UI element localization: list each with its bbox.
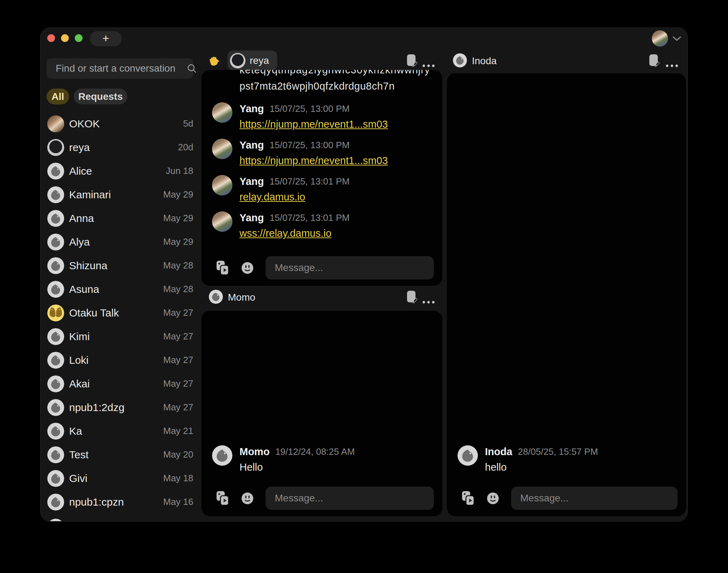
conversation-list-item[interactable]: KaMay 21 — [47, 419, 193, 443]
conversation-list-item[interactable]: GiviMay 18 — [47, 466, 193, 490]
message-link[interactable]: relay.damus.io — [239, 191, 305, 203]
conversation-name: Asuna — [69, 283, 99, 295]
conversation-list-item[interactable]: npub1:cpznMay 16 — [47, 490, 193, 514]
message-input[interactable] — [511, 487, 678, 510]
conversation-date: May 16 — [163, 496, 193, 507]
conversation-list-item[interactable]: AsunaMay 28 — [47, 277, 193, 301]
default-avatar — [47, 234, 64, 251]
message-author: Momo — [239, 446, 269, 458]
chat-title-pill-reya[interactable]: reya — [228, 50, 277, 71]
default-avatar — [47, 210, 64, 227]
conversation-list-item[interactable]: TestMay 20 — [47, 443, 193, 466]
conversation-name: Akai — [69, 378, 90, 390]
conversation-date: May 20 — [163, 449, 193, 460]
default-avatar — [47, 352, 64, 369]
message-timestamp: 15/07/25, 13:01 PM — [269, 212, 350, 223]
default-avatar — [47, 519, 64, 521]
group-avatar — [47, 304, 64, 321]
message-input[interactable] — [266, 487, 434, 510]
more-options-icon[interactable] — [422, 299, 435, 302]
message-list: Inoda28/05/25, 15:57 PMhello — [457, 445, 598, 482]
default-avatar — [47, 399, 64, 416]
conversation-date: Jun 18 — [166, 165, 193, 176]
zoom-window-button[interactable] — [75, 34, 83, 42]
conversation-list-item[interactable]: AlyaMay 29 — [47, 230, 193, 254]
chat-panel-inoda: Inoda28/05/25, 15:57 PMhello — [447, 73, 686, 516]
note-icon[interactable] — [649, 54, 660, 68]
conversation-name: Kaminari — [69, 189, 111, 201]
chat-title: Momo — [228, 292, 255, 303]
conversation-list-item[interactable]: ShizunaMay 28 — [47, 254, 193, 277]
conversation-name: Test — [69, 449, 89, 461]
note-icon[interactable] — [407, 290, 418, 304]
attach-media-icon[interactable] — [216, 491, 229, 506]
conversation-date: May 28 — [163, 260, 193, 271]
attach-media-icon[interactable] — [462, 491, 475, 506]
search-icon — [187, 63, 197, 74]
user-avatar — [47, 139, 64, 156]
conversation-list-item[interactable]: LokiMay 27 — [47, 348, 193, 372]
chat-title: Inoda — [472, 55, 497, 67]
conversation-date: May 27 — [163, 402, 193, 413]
emoji-picker-icon[interactable] — [487, 492, 499, 505]
account-avatar[interactable] — [652, 30, 668, 47]
message-input[interactable] — [266, 256, 434, 279]
chat-message: Yang15/07/25, 13:01 PMwss://relay.damus.… — [212, 211, 436, 239]
conversation-list-item[interactable]: AliceJun 18 — [47, 159, 193, 183]
emoji-picker-icon[interactable] — [241, 262, 254, 274]
conversation-list-item[interactable]: npub1:2dzgMay 27 — [47, 396, 193, 419]
search-input[interactable] — [47, 63, 187, 74]
conversation-name: reya — [69, 141, 90, 153]
user-avatar — [212, 175, 232, 195]
conversation-list-item[interactable]: Otaku TalkMay 27 — [47, 301, 193, 325]
chevron-down-icon[interactable] — [673, 36, 681, 41]
conversation-date: May 27 — [163, 355, 193, 366]
message-text: hello — [485, 462, 506, 473]
wave-hand-icon — [208, 55, 220, 67]
new-chat-button[interactable]: + — [90, 31, 122, 46]
message-author: Inoda — [485, 446, 512, 458]
message-timestamp: 15/07/25, 13:00 PM — [269, 140, 350, 151]
filter-tab-all[interactable]: All — [47, 89, 69, 104]
chat-message: Yang15/07/25, 13:00 PMhttps://njump.me/n… — [212, 139, 436, 167]
conversation-list-item[interactable]: AkaiMay 27 — [47, 372, 193, 396]
message-link[interactable]: https://njump.me/nevent1...sm03 — [239, 119, 388, 130]
conversation-list-item[interactable]: KimiMay 27 — [47, 325, 193, 348]
conversation-date: May 27 — [163, 378, 193, 389]
app-window: + All Requests OKOK5dreya20dAliceJun 18K… — [40, 28, 688, 521]
message-list: Yang15/07/25, 13:00 PMhttps://njump.me/n… — [212, 102, 436, 248]
message-timestamp: 28/05/25, 15:57 PM — [518, 446, 598, 457]
composer-reya — [216, 256, 434, 279]
default-avatar — [453, 53, 467, 67]
close-window-button[interactable] — [47, 34, 55, 42]
note-icon[interactable] — [407, 54, 418, 68]
chat-panel-reya: keteqyqtmpag2lygnwfc30yknzkhwwnjry pst7m… — [201, 70, 442, 286]
conversation-name: npub1:cpzn — [69, 496, 124, 508]
conversation-list-item[interactable]: AnnaMay 29 — [47, 206, 193, 230]
chat-panel-momo: Momo19/12/24, 08:25 AMHello — [201, 311, 442, 516]
conversation-name: Alya — [69, 236, 90, 248]
emoji-picker-icon[interactable] — [241, 492, 254, 505]
minimize-window-button[interactable] — [61, 34, 69, 42]
conversation-date: May 21 — [163, 426, 193, 436]
composer-inoda — [462, 487, 678, 510]
conversation-date: May 27 — [163, 307, 193, 318]
filter-tab-requests[interactable]: Requests — [74, 89, 127, 104]
message-link[interactable]: https://njump.me/nevent1...sm03 — [239, 155, 388, 166]
conversation-date: 20d — [178, 142, 193, 153]
conversation-name: npub1:2dzg — [69, 402, 125, 414]
default-avatar — [47, 375, 64, 392]
conversation-date: May 29 — [163, 213, 193, 224]
attach-media-icon[interactable] — [216, 260, 229, 276]
message-link[interactable]: wss://relay.damus.io — [239, 228, 332, 239]
more-options-icon[interactable] — [422, 62, 435, 66]
default-avatar — [47, 423, 64, 440]
conversation-date: May 28 — [163, 284, 193, 295]
default-avatar — [47, 470, 64, 487]
message-text: Hello — [239, 462, 263, 473]
conversation-list-item[interactable]: OKOK5d — [47, 112, 193, 135]
more-options-icon[interactable] — [666, 62, 678, 66]
conversation-list-item[interactable]: KaminariMay 29 — [47, 183, 193, 206]
conversation-list-item[interactable] — [47, 514, 193, 521]
conversation-list-item[interactable]: reya20d — [47, 135, 193, 159]
